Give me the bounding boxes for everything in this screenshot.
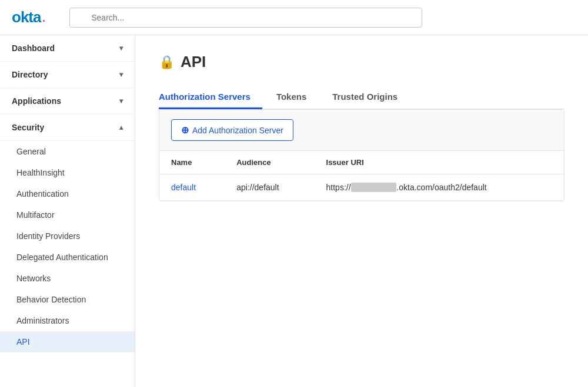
- page-title: 🔒 API: [159, 53, 564, 71]
- sidebar-item-networks[interactable]: Networks: [0, 268, 135, 289]
- tab-trusted-origins[interactable]: Trusted Origins: [332, 86, 409, 109]
- sidebar-item-api[interactable]: API: [0, 331, 135, 352]
- sidebar-item-administrators[interactable]: Administrators: [0, 310, 135, 331]
- chevron-down-icon: ▾: [119, 97, 123, 105]
- tab-authorization-servers[interactable]: Authorization Servers: [159, 86, 262, 109]
- sidebar-item-label: Applications: [12, 96, 61, 106]
- add-button-label: Add Authorization Server: [192, 126, 283, 135]
- search-wrapper: 🔍: [69, 8, 422, 28]
- sidebar-item-identity-providers[interactable]: Identity Providers: [0, 226, 135, 247]
- column-header-issuer-uri: Issuer URI: [315, 151, 564, 174]
- top-header: okta. 🔍: [0, 0, 588, 35]
- tab-bar: Authorization Servers Tokens Trusted Ori…: [159, 85, 564, 109]
- add-authorization-server-button[interactable]: ⊕ Add Authorization Server: [171, 119, 293, 141]
- column-header-audience: Audience: [225, 151, 314, 174]
- security-sub-menu: General HealthInsight Authentication Mul…: [0, 141, 135, 352]
- sidebar-item-dashboard[interactable]: Dashboard ▾: [0, 35, 135, 62]
- authorization-servers-table: Name Audience Issuer URI default api://d…: [159, 151, 564, 201]
- plus-icon: ⊕: [181, 124, 189, 136]
- issuer-uri-blurred: [351, 183, 397, 192]
- issuer-uri-prefix: https://: [326, 183, 351, 192]
- sidebar-item-directory[interactable]: Directory ▾: [0, 62, 135, 88]
- sidebar-item-behavior-detection[interactable]: Behavior Detection: [0, 289, 135, 310]
- table-container: ⊕ Add Authorization Server Name Audience…: [159, 109, 564, 201]
- issuer-uri-suffix: .okta.com/oauth2/default: [396, 183, 486, 192]
- logo-text: okta: [12, 8, 41, 26]
- row-audience: api://default: [225, 174, 314, 201]
- sidebar-item-delegated-authentication[interactable]: Delegated Authentication: [0, 247, 135, 268]
- table-row: default api://default https:// .okta.com…: [159, 174, 564, 201]
- chevron-up-icon: ▴: [119, 123, 123, 132]
- table-toolbar: ⊕ Add Authorization Server: [159, 110, 564, 151]
- sidebar-item-security[interactable]: Security ▴: [0, 115, 135, 141]
- chevron-down-icon: ▾: [119, 44, 123, 52]
- sidebar-item-healthinsight[interactable]: HealthInsight: [0, 162, 135, 183]
- logo: okta.: [12, 8, 46, 26]
- row-issuer-uri: https:// .okta.com/oauth2/default: [315, 174, 564, 201]
- sidebar-item-authentication[interactable]: Authentication: [0, 183, 135, 204]
- row-name[interactable]: default: [159, 174, 225, 201]
- tab-tokens[interactable]: Tokens: [276, 86, 318, 109]
- sidebar-item-label: Security: [12, 123, 44, 132]
- sidebar-item-label: Directory: [12, 70, 48, 79]
- main-content: 🔒 API Authorization Servers Tokens Trust…: [135, 35, 588, 387]
- lock-icon: 🔒: [159, 55, 175, 70]
- logo-dot: .: [41, 8, 46, 25]
- column-header-name: Name: [159, 151, 225, 174]
- sidebar-item-label: Dashboard: [12, 43, 55, 53]
- sidebar-item-multifactor[interactable]: Multifactor: [0, 204, 135, 226]
- chevron-down-icon: ▾: [119, 70, 123, 79]
- sidebar-item-general[interactable]: General: [0, 141, 135, 162]
- search-input[interactable]: [69, 8, 422, 28]
- table-header-row: Name Audience Issuer URI: [159, 151, 564, 174]
- main-layout: Dashboard ▾ Directory ▾ Applications ▾ S…: [0, 35, 588, 387]
- sidebar: Dashboard ▾ Directory ▾ Applications ▾ S…: [0, 35, 135, 387]
- sidebar-item-applications[interactable]: Applications ▾: [0, 88, 135, 115]
